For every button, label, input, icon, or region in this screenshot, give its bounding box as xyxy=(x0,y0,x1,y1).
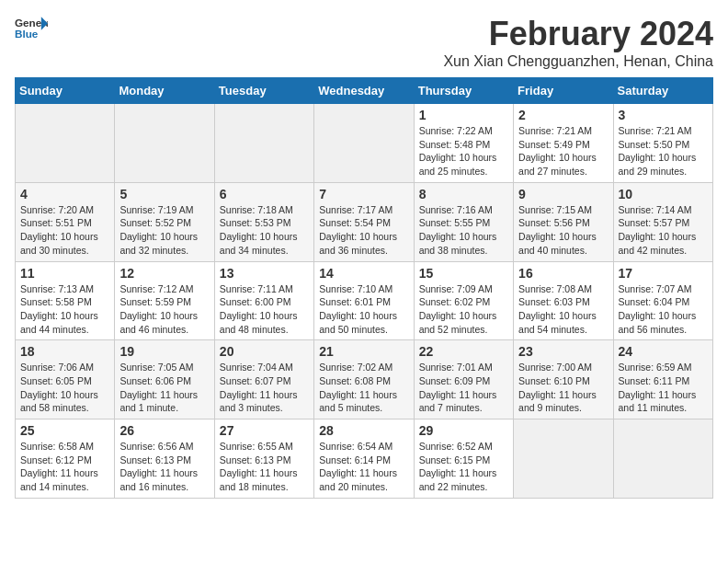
day-number: 5 xyxy=(119,187,209,201)
page-header: General Blue February 2024 Xun Xian Chen… xyxy=(15,15,713,70)
day-number: 20 xyxy=(220,344,309,359)
calendar-cell: 13Sunrise: 7:11 AM Sunset: 6:00 PM Dayli… xyxy=(214,261,313,340)
day-info: Sunrise: 7:01 AM Sunset: 6:09 PM Dayligh… xyxy=(419,361,508,415)
svg-text:Blue: Blue xyxy=(15,28,39,40)
weekday-header: Wednesday xyxy=(314,78,414,104)
day-number: 18 xyxy=(20,344,109,359)
day-info: Sunrise: 7:21 AM Sunset: 5:50 PM Dayligh… xyxy=(619,124,708,178)
day-number: 12 xyxy=(119,266,209,281)
day-info: Sunrise: 7:16 AM Sunset: 5:55 PM Dayligh… xyxy=(419,203,508,258)
day-info: Sunrise: 6:54 AM Sunset: 6:14 PM Dayligh… xyxy=(319,440,408,494)
calendar-cell: 12Sunrise: 7:12 AM Sunset: 5:59 PM Dayli… xyxy=(115,261,214,340)
day-number: 16 xyxy=(518,266,608,281)
day-number: 22 xyxy=(419,344,508,359)
calendar-cell: 7Sunrise: 7:17 AM Sunset: 5:54 PM Daylig… xyxy=(314,182,414,261)
day-number: 27 xyxy=(220,423,309,438)
calendar-cell: 8Sunrise: 7:16 AM Sunset: 5:55 PM Daylig… xyxy=(414,182,513,261)
calendar-table: SundayMondayTuesdayWednesdayThursdayFrid… xyxy=(15,77,713,499)
day-info: Sunrise: 7:04 AM Sunset: 6:07 PM Dayligh… xyxy=(220,361,309,415)
calendar-cell: 21Sunrise: 7:02 AM Sunset: 6:08 PM Dayli… xyxy=(314,340,414,419)
calendar-cell xyxy=(115,104,214,183)
day-info: Sunrise: 6:52 AM Sunset: 6:15 PM Dayligh… xyxy=(419,440,508,494)
day-number: 9 xyxy=(518,187,608,201)
day-number: 19 xyxy=(119,344,209,359)
day-number: 26 xyxy=(119,423,209,438)
weekday-header: Sunday xyxy=(16,78,115,104)
day-info: Sunrise: 7:09 AM Sunset: 6:02 PM Dayligh… xyxy=(419,282,508,337)
day-info: Sunrise: 7:08 AM Sunset: 6:03 PM Dayligh… xyxy=(518,282,608,337)
day-number: 25 xyxy=(20,423,109,438)
weekday-header: Monday xyxy=(115,78,214,104)
day-number: 10 xyxy=(619,187,708,201)
calendar-cell: 17Sunrise: 7:07 AM Sunset: 6:04 PM Dayli… xyxy=(613,261,712,340)
day-number: 28 xyxy=(319,423,408,438)
day-info: Sunrise: 7:19 AM Sunset: 5:52 PM Dayligh… xyxy=(119,203,209,258)
calendar-cell: 4Sunrise: 7:20 AM Sunset: 5:51 PM Daylig… xyxy=(16,182,115,261)
calendar-cell: 18Sunrise: 7:06 AM Sunset: 6:05 PM Dayli… xyxy=(16,340,115,419)
day-info: Sunrise: 7:00 AM Sunset: 6:10 PM Dayligh… xyxy=(518,361,608,415)
day-number: 24 xyxy=(619,344,708,359)
calendar-cell: 10Sunrise: 7:14 AM Sunset: 5:57 PM Dayli… xyxy=(613,182,712,261)
day-info: Sunrise: 7:15 AM Sunset: 5:56 PM Dayligh… xyxy=(518,203,608,258)
day-number: 8 xyxy=(419,187,508,201)
calendar-cell: 15Sunrise: 7:09 AM Sunset: 6:02 PM Dayli… xyxy=(414,261,513,340)
calendar-cell: 28Sunrise: 6:54 AM Sunset: 6:14 PM Dayli… xyxy=(314,419,414,499)
day-info: Sunrise: 7:07 AM Sunset: 6:04 PM Dayligh… xyxy=(619,282,708,337)
weekday-header: Friday xyxy=(514,78,613,104)
calendar-cell: 19Sunrise: 7:05 AM Sunset: 6:06 PM Dayli… xyxy=(115,340,214,419)
title-block: February 2024 Xun Xian Chengguanzhen, He… xyxy=(443,15,713,70)
calendar-cell xyxy=(214,104,313,183)
day-number: 17 xyxy=(619,266,708,281)
day-info: Sunrise: 7:10 AM Sunset: 6:01 PM Dayligh… xyxy=(319,282,408,337)
calendar-cell: 6Sunrise: 7:18 AM Sunset: 5:53 PM Daylig… xyxy=(214,182,313,261)
calendar-cell: 29Sunrise: 6:52 AM Sunset: 6:15 PM Dayli… xyxy=(414,419,513,499)
day-info: Sunrise: 7:12 AM Sunset: 5:59 PM Dayligh… xyxy=(119,282,209,337)
weekday-header: Tuesday xyxy=(214,78,313,104)
day-info: Sunrise: 7:02 AM Sunset: 6:08 PM Dayligh… xyxy=(319,361,408,415)
day-info: Sunrise: 6:59 AM Sunset: 6:11 PM Dayligh… xyxy=(619,361,708,415)
logo: General Blue xyxy=(15,15,48,40)
calendar-cell: 1Sunrise: 7:22 AM Sunset: 5:48 PM Daylig… xyxy=(414,104,513,183)
day-number: 11 xyxy=(20,266,109,281)
day-number: 7 xyxy=(319,187,408,201)
day-info: Sunrise: 7:11 AM Sunset: 6:00 PM Dayligh… xyxy=(220,282,309,337)
calendar-cell xyxy=(16,104,115,183)
day-number: 14 xyxy=(319,266,408,281)
day-info: Sunrise: 7:21 AM Sunset: 5:49 PM Dayligh… xyxy=(518,124,608,178)
day-info: Sunrise: 7:20 AM Sunset: 5:51 PM Dayligh… xyxy=(20,203,109,258)
day-number: 15 xyxy=(419,266,508,281)
calendar-cell: 24Sunrise: 6:59 AM Sunset: 6:11 PM Dayli… xyxy=(613,340,712,419)
calendar-cell: 20Sunrise: 7:04 AM Sunset: 6:07 PM Dayli… xyxy=(214,340,313,419)
calendar-cell: 9Sunrise: 7:15 AM Sunset: 5:56 PM Daylig… xyxy=(514,182,613,261)
weekday-header: Saturday xyxy=(613,78,712,104)
calendar-cell: 23Sunrise: 7:00 AM Sunset: 6:10 PM Dayli… xyxy=(514,340,613,419)
day-info: Sunrise: 7:17 AM Sunset: 5:54 PM Dayligh… xyxy=(319,203,408,258)
calendar-cell: 26Sunrise: 6:56 AM Sunset: 6:13 PM Dayli… xyxy=(115,419,214,499)
month-title: February 2024 xyxy=(443,15,713,53)
location-title: Xun Xian Chengguanzhen, Henan, China xyxy=(443,53,713,70)
day-info: Sunrise: 7:06 AM Sunset: 6:05 PM Dayligh… xyxy=(20,361,109,415)
calendar-cell xyxy=(514,419,613,499)
calendar-cell: 3Sunrise: 7:21 AM Sunset: 5:50 PM Daylig… xyxy=(613,104,712,183)
calendar-cell: 27Sunrise: 6:55 AM Sunset: 6:13 PM Dayli… xyxy=(214,419,313,499)
calendar-cell: 14Sunrise: 7:10 AM Sunset: 6:01 PM Dayli… xyxy=(314,261,414,340)
day-number: 21 xyxy=(319,344,408,359)
day-info: Sunrise: 6:56 AM Sunset: 6:13 PM Dayligh… xyxy=(119,440,209,494)
day-number: 2 xyxy=(518,108,608,122)
day-info: Sunrise: 6:58 AM Sunset: 6:12 PM Dayligh… xyxy=(20,440,109,494)
day-number: 13 xyxy=(220,266,309,281)
day-info: Sunrise: 7:14 AM Sunset: 5:57 PM Dayligh… xyxy=(619,203,708,258)
day-number: 6 xyxy=(220,187,309,201)
day-info: Sunrise: 6:55 AM Sunset: 6:13 PM Dayligh… xyxy=(220,440,309,494)
day-number: 4 xyxy=(20,187,109,201)
calendar-cell xyxy=(613,419,712,499)
day-number: 23 xyxy=(518,344,608,359)
calendar-cell: 5Sunrise: 7:19 AM Sunset: 5:52 PM Daylig… xyxy=(115,182,214,261)
day-info: Sunrise: 7:05 AM Sunset: 6:06 PM Dayligh… xyxy=(119,361,209,415)
weekday-header: Thursday xyxy=(414,78,513,104)
calendar-cell xyxy=(314,104,414,183)
calendar-cell: 25Sunrise: 6:58 AM Sunset: 6:12 PM Dayli… xyxy=(16,419,115,499)
calendar-cell: 16Sunrise: 7:08 AM Sunset: 6:03 PM Dayli… xyxy=(514,261,613,340)
day-info: Sunrise: 7:13 AM Sunset: 5:58 PM Dayligh… xyxy=(20,282,109,337)
day-info: Sunrise: 7:22 AM Sunset: 5:48 PM Dayligh… xyxy=(419,124,508,178)
